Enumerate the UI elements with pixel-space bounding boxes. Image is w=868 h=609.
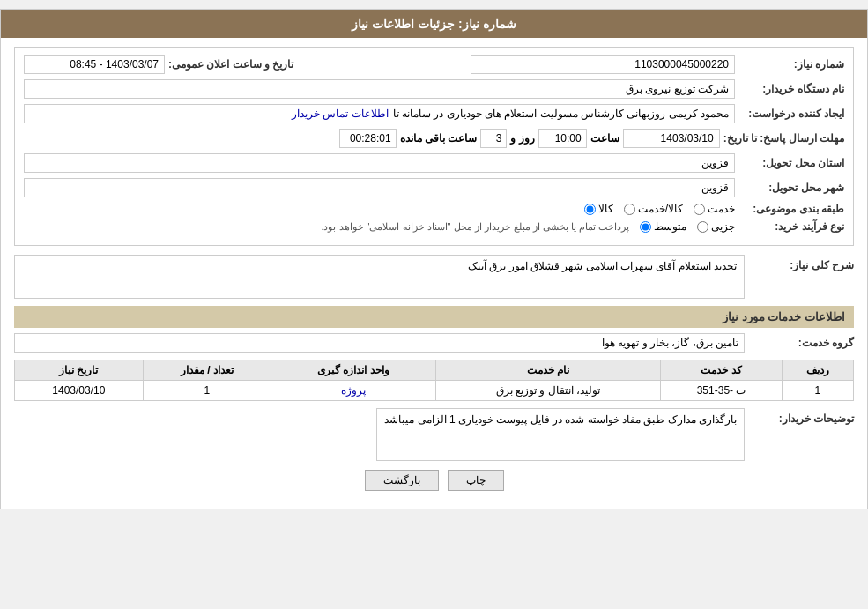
row-buyer-notes: توضیحات خریدار: بارگذاری مدارک طبق مفاد … — [14, 408, 854, 461]
value-announce: 1403/03/07 - 08:45 — [24, 55, 165, 74]
content-area: شماره نیاز: 1103000045000220 تاریخ و ساع… — [1, 38, 867, 509]
services-section-header: اطلاعات خدمات مورد نیاز — [14, 306, 854, 328]
table-row: 1 ت -35-351 تولید، انتقال و توزیع برق پر… — [15, 381, 854, 401]
value-creator: محمود کریمی روزبهانی کارشناس مسولیت استع… — [24, 104, 735, 123]
table-header-row: ردیف کد خدمت نام خدمت واحد اندازه گیری ت… — [15, 360, 854, 381]
purchase-note: پرداخت تمام یا بخشی از مبلغ خریدار از مح… — [321, 221, 629, 233]
print-button[interactable]: چاپ — [448, 470, 504, 491]
row-category: طبقه بندی موضوعی: خدمت کالا/خدمت کالا — [24, 203, 844, 215]
cell-code: ت -35-351 — [661, 381, 782, 401]
label-group: گروه خدمت: — [748, 337, 854, 349]
services-table: ردیف کد خدمت نام خدمت واحد اندازه گیری ت… — [14, 360, 854, 401]
description-box: تجدید استعلام آقای سهراب اسلامی شهر قشلا… — [14, 255, 745, 299]
col-unit: واحد اندازه گیری — [271, 360, 435, 381]
label-time: ساعت — [590, 132, 619, 145]
main-info-section: شماره نیاز: 1103000045000220 تاریخ و ساع… — [14, 47, 854, 246]
row-province: استان محل تحویل: قزوین — [24, 153, 844, 173]
col-code: کد خدمت — [661, 360, 782, 381]
radio-kala-khedmat[interactable]: کالا/خدمت — [624, 203, 683, 215]
label-city: شهر محل تحویل: — [738, 182, 844, 194]
row-city: شهر محل تحویل: قزوین — [24, 178, 844, 197]
value-shomara: 1103000045000220 — [471, 55, 735, 74]
page-header: شماره نیاز: جزئیات اطلاعات نیاز — [1, 10, 867, 38]
label-category: طبقه بندی موضوعی: — [738, 203, 844, 215]
row-purchase-type: نوع فرآیند خرید: جزیی متوسط پرداخت تمام … — [24, 220, 844, 233]
label-shomara: شماره نیاز: — [738, 58, 844, 71]
back-button[interactable]: بازگشت — [365, 470, 439, 491]
value-remaining: 00:28:01 — [339, 129, 397, 148]
label-buyer-notes: توضیحات خریدار: — [748, 408, 854, 425]
label-days: روز و — [510, 132, 534, 145]
row-deadline: مهلت ارسال پاسخ: تا تاریخ: 1403/03/10 سا… — [24, 129, 844, 148]
row-group: گروه خدمت: تامین برق، گاز، بخار و تهویه … — [14, 333, 854, 353]
services-table-section: ردیف کد خدمت نام خدمت واحد اندازه گیری ت… — [14, 360, 854, 401]
cell-rownum: 1 — [782, 381, 853, 401]
radio-kala-khedmat-input[interactable] — [624, 204, 635, 215]
page-title: شماره نیاز: — [458, 17, 516, 31]
creator-contact-link[interactable]: اطلاعات تماس خریدار — [292, 108, 389, 120]
value-group: تامین برق، گاز، بخار و تهویه هوا — [14, 333, 745, 353]
value-city: قزوین — [24, 178, 735, 197]
purchase-radio-group: جزیی متوسط پرداخت تمام یا بخشی از مبلغ خ… — [321, 220, 735, 233]
label-description: شرح کلی نیاز: — [748, 255, 854, 271]
cell-unit: پروژه — [271, 381, 435, 401]
cell-qty: 1 — [143, 381, 271, 401]
value-time: 10:00 — [538, 129, 587, 148]
value-province: قزوین — [24, 153, 735, 173]
value-days: 3 — [480, 129, 507, 148]
cell-name: تولید، انتقال و توزیع برق — [435, 381, 661, 401]
label-org: نام دستگاه خریدار: — [738, 83, 844, 95]
radio-motavasset[interactable]: متوسط — [640, 220, 686, 233]
label-purchase-type: نوع فرآیند خرید: — [738, 220, 844, 233]
value-date: 1403/03/10 — [623, 129, 720, 148]
col-date: تاریخ نیاز — [15, 360, 144, 381]
button-row: چاپ بازگشت — [14, 470, 854, 491]
cell-date: 1403/03/10 — [15, 381, 144, 401]
row-description: شرح کلی نیاز: تجدید استعلام آقای سهراب ا… — [14, 255, 854, 299]
label-deadline: مهلت ارسال پاسخ: تا تاریخ: — [723, 132, 844, 145]
radio-jozi-input[interactable] — [697, 221, 708, 233]
buyer-notes-box: بارگذاری مدارک طبق مفاد خواسته شده در فا… — [376, 408, 745, 461]
value-org: شرکت توزیع نیروی برق — [24, 79, 735, 99]
label-announce: تاریخ و ساعت اعلان عمومی: — [168, 58, 293, 71]
radio-kala-input[interactable] — [584, 204, 596, 215]
page-title-text: جزئیات اطلاعات نیاز — [352, 17, 455, 31]
col-name: نام خدمت — [435, 360, 661, 381]
label-province: استان محل تحویل: — [738, 157, 844, 169]
col-rownum: ردیف — [782, 360, 853, 381]
row-creator: ایجاد کننده درخواست: محمود کریمی روزبهان… — [24, 104, 844, 123]
radio-motavasset-input[interactable] — [640, 221, 651, 233]
category-radio-group: خدمت کالا/خدمت کالا — [584, 203, 735, 215]
radio-khedmat[interactable]: خدمت — [694, 203, 735, 215]
page-wrapper: شماره نیاز: جزئیات اطلاعات نیاز شماره نی… — [0, 9, 868, 509]
label-remaining: ساعت باقی مانده — [400, 132, 478, 145]
radio-kala[interactable]: کالا — [584, 203, 613, 215]
row-org: نام دستگاه خریدار: شرکت توزیع نیروی برق — [24, 79, 844, 99]
row-shomara: شماره نیاز: 1103000045000220 تاریخ و ساع… — [24, 55, 844, 74]
label-creator: ایجاد کننده درخواست: — [738, 108, 844, 120]
radio-khedmat-input[interactable] — [694, 204, 705, 215]
col-qty: تعداد / مقدار — [143, 360, 271, 381]
radio-jozi[interactable]: جزیی — [697, 220, 735, 233]
